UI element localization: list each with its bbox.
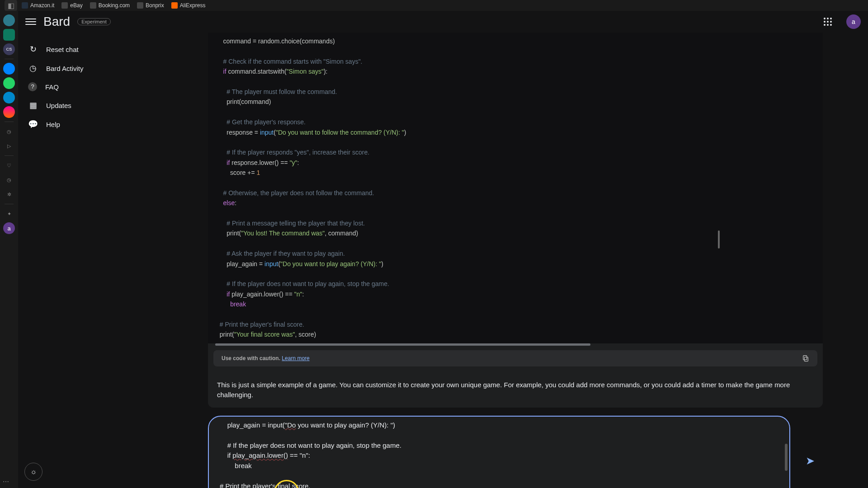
rail-gear-icon[interactable]: ✲ xyxy=(3,188,15,200)
response-text: This is just a simple example of a game.… xyxy=(208,373,823,408)
sidebar-item-label: Reset chat xyxy=(46,46,79,53)
svg-rect-0 xyxy=(804,357,808,361)
apps-grid-icon[interactable] xyxy=(822,16,834,28)
logo: Bard xyxy=(43,14,70,29)
reset-icon: ↻ xyxy=(28,44,38,54)
bookmark-aliexpress[interactable]: AliExpress xyxy=(169,2,208,9)
bookmark-amazon[interactable]: Amazon.it xyxy=(19,2,57,9)
sidebar-item-help[interactable]: 💬 Help xyxy=(22,115,141,134)
sidebar-item-label: FAQ xyxy=(45,83,59,91)
app-header: Bard Experiment a xyxy=(18,11,868,33)
caution-text: Use code with caution. Learn more xyxy=(222,355,310,361)
chat-icon: 💬 xyxy=(28,119,38,129)
rail-heart-icon[interactable]: ♡ xyxy=(3,160,15,171)
browser-bookmarks-bar: ◧ Amazon.it eBay Booking.com Bonprix Ali… xyxy=(0,0,868,11)
bookmark-ebay[interactable]: eBay xyxy=(59,2,85,9)
rail-telegram[interactable] xyxy=(3,92,15,103)
rail-whatsapp[interactable] xyxy=(3,77,15,89)
prompt-input[interactable]: play_again = input("Do you want to play … xyxy=(208,416,790,488)
experiment-badge: Experiment xyxy=(77,18,111,25)
copy-icon[interactable] xyxy=(802,355,809,362)
rail-app-2[interactable] xyxy=(3,29,15,41)
sidebar-item-bard-activity[interactable]: ◷ Bard Activity xyxy=(22,59,141,78)
sidebar-item-faq[interactable]: ? FAQ xyxy=(22,78,141,96)
more-button[interactable]: ⋯ xyxy=(3,478,9,485)
rail-separator xyxy=(5,122,14,122)
menu-button[interactable] xyxy=(25,16,36,27)
browser-sidebar: CS ◷ ▷ ♡ ◷ ✲ ✦ a xyxy=(0,11,18,488)
sidebar-item-label: Bard Activity xyxy=(46,65,84,72)
sidebar-item-reset-chat[interactable]: ↻ Reset chat xyxy=(22,40,141,59)
input-scrollbar[interactable] xyxy=(785,444,788,471)
rail-app-1[interactable] xyxy=(3,14,15,26)
rail-avatar[interactable]: a xyxy=(3,222,15,234)
rail-messenger[interactable] xyxy=(3,63,15,75)
sidebar-toggle[interactable]: ◧ xyxy=(5,0,17,11)
sidebar: ↻ Reset chat ◷ Bard Activity ? FAQ ▦ Upd… xyxy=(18,33,145,488)
rail-app-cs[interactable]: CS xyxy=(3,43,15,55)
calendar-icon: ▦ xyxy=(28,100,38,110)
rail-play-icon[interactable]: ▷ xyxy=(3,140,15,152)
rail-sparkle-icon[interactable]: ✦ xyxy=(3,208,15,220)
sidebar-item-updates[interactable]: ▦ Updates xyxy=(22,96,141,115)
rail-clock-icon[interactable]: ◷ xyxy=(3,174,15,186)
rail-separator xyxy=(5,155,14,156)
sidebar-item-label: Updates xyxy=(46,102,71,109)
help-icon: ? xyxy=(28,82,37,91)
activity-icon: ◷ xyxy=(28,63,38,73)
bookmark-booking[interactable]: Booking.com xyxy=(87,2,132,9)
theme-toggle-button[interactable]: ☼ xyxy=(24,463,42,481)
bookmark-bonprix[interactable]: Bonprix xyxy=(134,2,167,9)
svg-rect-1 xyxy=(803,356,807,360)
response-panel: command = random.choice(commands) # Chec… xyxy=(208,33,823,408)
code-block[interactable]: command = random.choice(commands) # Chec… xyxy=(208,33,823,343)
rail-instagram[interactable] xyxy=(3,106,15,118)
code-caution-bar: Use code with caution. Learn more xyxy=(213,350,817,366)
learn-more-link[interactable]: Learn more xyxy=(282,355,309,361)
user-avatar[interactable]: a xyxy=(846,14,861,29)
rail-separator xyxy=(5,204,14,204)
send-button[interactable]: ➤ xyxy=(797,455,823,467)
rail-separator xyxy=(5,59,14,59)
page-scrollbar[interactable] xyxy=(718,230,720,249)
rail-history-icon[interactable]: ◷ xyxy=(3,126,15,137)
sidebar-item-label: Help xyxy=(46,121,60,128)
prompt-input-row: play_again = input("Do you want to play … xyxy=(208,416,823,488)
code-horizontal-scrollbar[interactable] xyxy=(215,343,590,346)
